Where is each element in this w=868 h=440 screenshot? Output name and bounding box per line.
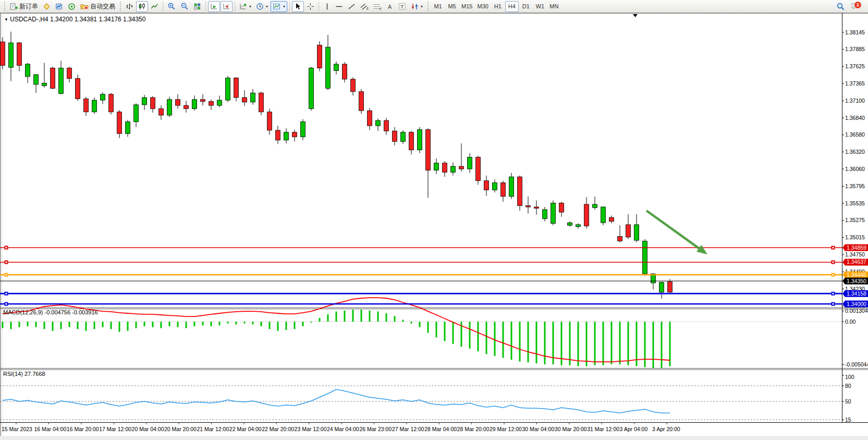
fibonacci-icon: F [373, 3, 382, 10]
timeframe-button-m5[interactable]: M5 [445, 1, 459, 12]
candle-body-bull [284, 132, 289, 140]
toolbar-drag-handle[interactable] [4, 2, 5, 11]
candle-body-bull [142, 97, 147, 105]
candle[interactable] [643, 239, 647, 276]
channel-tool-button[interactable]: E [358, 1, 371, 12]
chevron-down-icon: ▾ [249, 4, 251, 9]
tile-windows-button[interactable] [191, 1, 203, 12]
indicators-icon [239, 3, 247, 10]
timeframe-button-w1[interactable]: W1 [533, 1, 547, 12]
candle[interactable] [359, 89, 364, 114]
candle-body-bear [618, 237, 622, 241]
crosshair-tool-button[interactable] [304, 1, 316, 12]
vertical-line-tool-button[interactable] [321, 1, 333, 12]
candle[interactable] [92, 97, 97, 114]
horizontal-line-tool-button[interactable] [333, 1, 345, 12]
candle-body-bull [92, 100, 97, 112]
price-axis-label: 1.36840 [845, 115, 865, 121]
periods-menu-button[interactable]: ▾ [254, 1, 270, 12]
candle[interactable] [259, 92, 264, 115]
price-badge-label: 1.34350 [847, 278, 866, 284]
zoom-out-button[interactable] [178, 1, 191, 12]
bar-chart-button[interactable] [124, 1, 136, 12]
auto-scroll-button[interactable] [208, 1, 220, 12]
candle-body-bear [209, 102, 214, 106]
candle[interactable] [51, 67, 55, 89]
candle[interactable] [476, 156, 481, 185]
label-tool-button[interactable]: T [396, 1, 408, 12]
price-axis-label: 1.37885 [845, 46, 865, 52]
chart-shift-button[interactable] [221, 1, 233, 12]
timeframe-button-m15[interactable]: M15 [459, 1, 474, 12]
line-chart-button[interactable] [149, 1, 161, 12]
candle[interactable] [309, 67, 314, 111]
candle-body-bear [668, 282, 673, 292]
candle-body-bull [593, 204, 597, 207]
templates-icon [273, 3, 281, 10]
candle[interactable] [509, 173, 514, 199]
candle-body-bull [576, 225, 581, 227]
candle[interactable] [418, 127, 422, 153]
timeframe-button-mn[interactable]: MN [547, 1, 561, 12]
candle[interactable] [518, 176, 522, 211]
cursor-tool-button[interactable] [292, 1, 304, 12]
chevron-down-icon: ▾ [266, 4, 268, 9]
candlestick-chart-button[interactable] [136, 1, 148, 12]
text-tool-button[interactable]: A [384, 1, 396, 12]
notifications-button[interactable]: 1 [849, 1, 863, 12]
candle[interactable] [76, 75, 80, 101]
candle[interactable] [317, 41, 322, 71]
timeframe-button-m1[interactable]: M1 [431, 1, 445, 12]
profiles-button[interactable] [41, 1, 53, 12]
candle[interactable] [167, 97, 172, 117]
trendline-tool-button[interactable] [346, 1, 358, 12]
time-axis-label: 20 Mar 20:00 [164, 426, 197, 432]
tile-windows-icon [193, 3, 201, 10]
candle-body-bull [418, 130, 422, 150]
chart-canvas[interactable]: 1.381451.378851.376251.373651.371001.368… [0, 0, 868, 440]
candle[interactable] [551, 200, 556, 225]
new-order-icon [10, 3, 18, 10]
indicators-button[interactable]: ▾ [237, 1, 253, 12]
candle[interactable] [601, 206, 606, 225]
candle[interactable] [1, 37, 5, 69]
toolbar-drag-handle[interactable] [427, 2, 429, 11]
candle-body-bull [434, 163, 439, 170]
autotrading-button[interactable]: 自动交易 [78, 1, 117, 12]
toolbar-separator [205, 2, 206, 11]
time-axis-label: 15 Mar 2023 [2, 426, 32, 432]
candle[interactable] [301, 119, 305, 140]
candle-body-bear [343, 64, 347, 79]
candle-body-bull [659, 283, 664, 292]
notification-count-badge: 1 [854, 2, 861, 8]
toolbar-drag-handle[interactable] [120, 2, 121, 11]
candle-body-bull [167, 100, 172, 115]
new-order-button[interactable]: 新订单 [8, 1, 40, 12]
candle-body-bull [401, 132, 406, 142]
market-watch-icon [55, 3, 63, 10]
price-axis-label: 1.35535 [845, 200, 865, 206]
zoom-in-button[interactable] [165, 1, 178, 12]
search-button[interactable] [834, 1, 847, 12]
timeframe-button-m30[interactable]: M30 [475, 1, 490, 12]
candle[interactable] [226, 76, 230, 102]
time-axis-label: 16 Mar 04:00 [34, 426, 66, 432]
candle[interactable] [109, 93, 114, 114]
templates-button[interactable]: ▾ [271, 1, 287, 12]
fibonacci-tool-button[interactable]: F [371, 1, 384, 12]
candle-body-bull [326, 47, 331, 88]
signals-button[interactable] [66, 1, 78, 12]
candle-body-bear [476, 157, 481, 180]
timeframe-button-d1[interactable]: D1 [519, 1, 533, 12]
timeframe-button-h1[interactable]: H1 [491, 1, 505, 12]
candle-body-bear [259, 93, 264, 112]
time-axis-label: 22 Mar 04:00 [229, 426, 262, 432]
candle-body-bull [134, 105, 139, 122]
chart-title-collapse-icon[interactable]: ▼ [4, 17, 8, 22]
time-axis-label: 29 Mar 12:00 [490, 426, 522, 432]
macd-axis-label: 0.001304 [845, 308, 868, 314]
market-watch-button[interactable] [53, 1, 65, 12]
timeframe-button-h4[interactable]: H4 [505, 1, 519, 12]
arrows-tool-button[interactable]: ▾ [409, 1, 425, 12]
candle-body-bear [559, 203, 564, 212]
